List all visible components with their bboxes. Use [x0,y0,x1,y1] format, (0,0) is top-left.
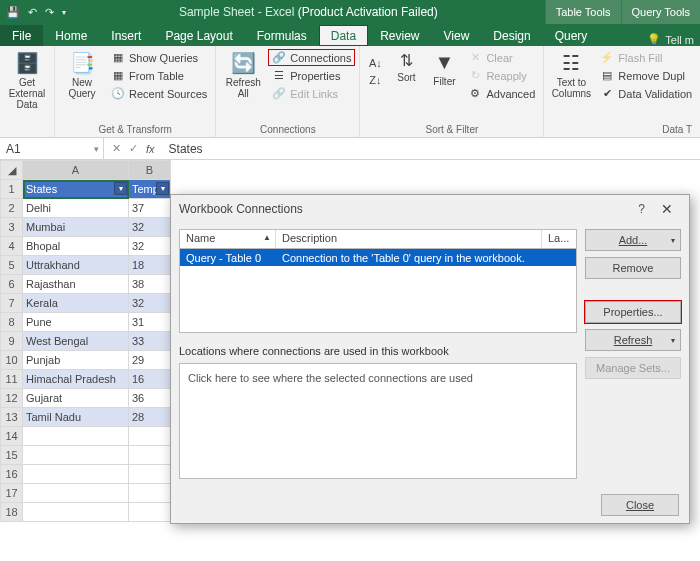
table-tools-tab[interactable]: Table Tools [545,0,621,24]
recent-sources-button[interactable]: 🕓Recent Sources [107,85,211,102]
sort-za-button[interactable]: Z↓ [364,72,386,88]
connection-row[interactable]: Query - Table 0 Connection to the 'Table… [180,249,576,266]
cell[interactable]: Rajasthan [23,275,129,294]
cell[interactable]: Gujarat [23,389,129,408]
row-header[interactable]: 6 [1,275,23,294]
help-icon[interactable]: ? [630,202,653,216]
row-header[interactable]: 7 [1,294,23,313]
remove-duplicates-button[interactable]: ▤Remove Dupl [596,67,696,84]
col-header-B[interactable]: B [129,161,171,180]
cell[interactable] [23,446,129,465]
tab-insert[interactable]: Insert [99,25,153,46]
cancel-icon[interactable]: ✕ [112,142,121,155]
add-button[interactable]: Add...▾ [585,229,681,251]
row-header[interactable]: 16 [1,465,23,484]
cell[interactable]: 29 [129,351,171,370]
locations-box[interactable]: Click here to see where the selected con… [179,363,577,479]
cell[interactable]: 32 [129,218,171,237]
properties-button-dialog[interactable]: Properties... [585,301,681,323]
show-queries-button[interactable]: ▦Show Queries [107,49,211,66]
tab-page-layout[interactable]: Page Layout [153,25,244,46]
tab-home[interactable]: Home [43,25,99,46]
tab-design[interactable]: Design [481,25,542,46]
row-header[interactable]: 13 [1,408,23,427]
properties-button[interactable]: ☰Properties [268,67,355,84]
data-validation-button[interactable]: ✔Data Validation [596,85,696,102]
cell[interactable] [129,446,171,465]
close-button[interactable]: Close [601,494,679,516]
cell[interactable]: 36 [129,389,171,408]
row-header[interactable]: 1 [1,180,23,199]
cell[interactable]: Mumbai [23,218,129,237]
cell[interactable]: 33 [129,332,171,351]
row-header[interactable]: 4 [1,237,23,256]
sort-button[interactable]: ⇅ Sort [388,49,424,85]
col-header-A[interactable]: A [23,161,129,180]
close-icon[interactable]: ✕ [653,201,681,217]
cell[interactable] [23,503,129,522]
cell[interactable]: 37 [129,199,171,218]
row-header[interactable]: 15 [1,446,23,465]
cell[interactable] [129,484,171,503]
col-last[interactable]: La... [542,230,576,248]
cell[interactable]: Tamil Nadu [23,408,129,427]
cell[interactable]: 38 [129,275,171,294]
refresh-button[interactable]: Refresh▾ [585,329,681,351]
filter-dropdown-icon[interactable]: ▾ [114,182,127,195]
cell[interactable]: 32 [129,294,171,313]
row-header[interactable]: 5 [1,256,23,275]
cell[interactable] [129,503,171,522]
tab-data[interactable]: Data [319,25,368,46]
cell[interactable]: Himachal Pradesh [23,370,129,389]
cell[interactable]: Pune [23,313,129,332]
name-box[interactable]: A1 ▾ [0,138,104,159]
row-header[interactable]: 2 [1,199,23,218]
row-header[interactable]: 11 [1,370,23,389]
save-icon[interactable]: 💾 [6,6,20,19]
cell[interactable]: 18 [129,256,171,275]
cell[interactable]: Punjab [23,351,129,370]
connections-list[interactable]: Query - Table 0 Connection to the 'Table… [179,249,577,333]
formula-input[interactable]: States [163,138,700,159]
tab-view[interactable]: View [432,25,482,46]
new-query-button[interactable]: 📑 New Query [59,49,105,101]
filter-dropdown-icon[interactable]: ▾ [156,182,169,195]
tab-review[interactable]: Review [368,25,431,46]
cell[interactable] [129,427,171,446]
tab-file[interactable]: File [0,25,43,46]
row-header[interactable]: 8 [1,313,23,332]
cell[interactable]: Bhopal [23,237,129,256]
dialog-titlebar[interactable]: Workbook Connections ? ✕ [171,195,689,223]
cell[interactable]: Uttrakhand [23,256,129,275]
row-header[interactable]: 3 [1,218,23,237]
select-all-corner[interactable]: ◢ [1,161,23,180]
cell[interactable]: 31 [129,313,171,332]
sort-az-button[interactable]: A↓ [364,55,386,71]
query-tools-tab[interactable]: Query Tools [621,0,701,24]
get-external-data-button[interactable]: 🗄️ Get External Data [4,49,50,112]
row-header[interactable]: 10 [1,351,23,370]
tell-me[interactable]: 💡Tell m [641,33,700,46]
remove-button[interactable]: Remove [585,257,681,279]
fx-icon[interactable]: fx [146,143,155,155]
connections-button[interactable]: 🔗Connections [268,49,355,66]
row-header[interactable]: 14 [1,427,23,446]
tab-query[interactable]: Query [543,25,600,46]
cell[interactable]: 28 [129,408,171,427]
qat-dropdown-icon[interactable]: ▾ [62,8,66,17]
row-header[interactable]: 9 [1,332,23,351]
text-to-columns-button[interactable]: ☷ Text to Columns [548,49,594,101]
redo-icon[interactable]: ↷ [45,6,54,19]
cell[interactable] [23,427,129,446]
name-box-dropdown-icon[interactable]: ▾ [94,144,99,154]
undo-icon[interactable]: ↶ [28,6,37,19]
cell[interactable] [129,465,171,484]
col-description[interactable]: Description [276,230,542,248]
connections-list-header[interactable]: Name▲ Description La... [179,229,577,249]
cell[interactable]: 32 [129,237,171,256]
cell[interactable]: West Bengal [23,332,129,351]
from-table-button[interactable]: ▦From Table [107,67,211,84]
filter-button[interactable]: ▼ Filter [426,49,462,89]
refresh-all-button[interactable]: 🔄 Refresh All [220,49,266,101]
cell[interactable]: 16 [129,370,171,389]
